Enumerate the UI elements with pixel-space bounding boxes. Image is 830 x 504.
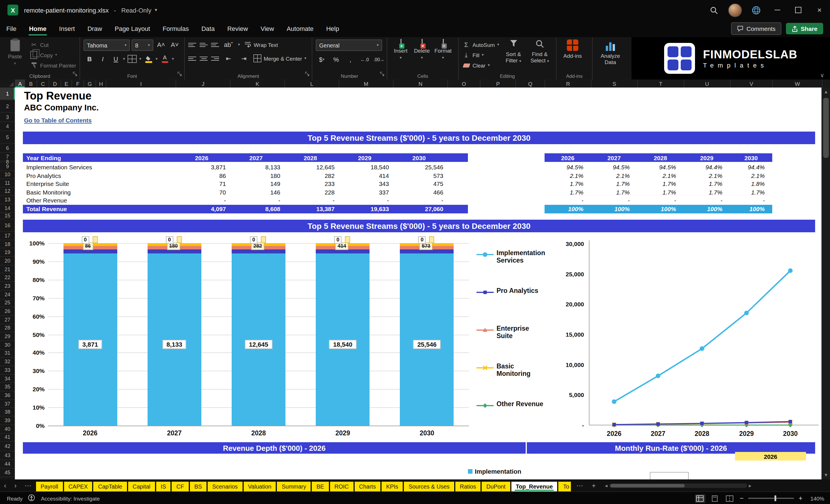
- row-header[interactable]: 33: [0, 366, 15, 374]
- row-header[interactable]: 2: [0, 100, 15, 113]
- hscroll-right-icon[interactable]: ▸: [747, 482, 753, 488]
- row-header[interactable]: 45: [0, 469, 15, 477]
- sheet-tab[interactable]: DuPont: [482, 482, 510, 492]
- pct-total-row[interactable]: 100%100%100%100%100%: [545, 204, 772, 213]
- sheet-canvas[interactable]: Top Revenue ABC Company Inc. Go to Table…: [15, 88, 822, 479]
- font-size-select[interactable]: 8▾: [132, 39, 153, 51]
- pct-year-header[interactable]: 2026: [545, 154, 591, 161]
- value-cell[interactable]: 282: [283, 172, 338, 179]
- column-header[interactable]: B: [25, 80, 37, 88]
- comma-style-icon[interactable]: ,: [344, 54, 356, 65]
- table-row[interactable]: 1.7%1.7%1.7%1.7%1.7%: [545, 188, 772, 196]
- sheet-tab[interactable]: To: [558, 482, 571, 492]
- sheet-tab[interactable]: Ratios: [455, 482, 481, 492]
- table-header-row[interactable]: Year Ending 20262027202820292030: [23, 153, 468, 162]
- sheet-tab[interactable]: KPIs: [382, 482, 403, 492]
- toc-link[interactable]: Go to Table of Contents: [24, 117, 92, 124]
- pct-cell[interactable]: 2.1%: [730, 172, 772, 179]
- column-header[interactable]: M: [339, 80, 393, 88]
- column-header[interactable]: R: [545, 80, 592, 88]
- format-cells-button[interactable]: ≡ Format▾: [433, 39, 453, 70]
- sheet-tab[interactable]: Capital: [128, 482, 155, 492]
- minimize-button[interactable]: [767, 0, 788, 20]
- row-header[interactable]: 28: [0, 324, 15, 333]
- value-cell[interactable]: 146: [229, 189, 283, 196]
- value-cell[interactable]: 414: [338, 172, 392, 179]
- sort-filter-button[interactable]: Sort &Filter ▾: [501, 39, 525, 70]
- align-middle-icon[interactable]: [200, 43, 208, 46]
- row-header[interactable]: 21: [0, 265, 15, 274]
- revenue-line-chart[interactable]: 30,00025,00020,00015,00010,0005,000-2026…: [541, 234, 822, 443]
- page-break-view-icon[interactable]: [725, 494, 735, 503]
- ribbon-tab[interactable]: View: [254, 20, 280, 37]
- pct-cell[interactable]: 1.7%: [637, 181, 683, 187]
- hscroll-thumb[interactable]: [610, 484, 685, 487]
- year-header-cell[interactable]: 2028: [283, 154, 338, 161]
- pct-cell[interactable]: 94.4%: [683, 164, 730, 171]
- title-dropdown-icon[interactable]: ▾: [155, 7, 157, 12]
- collapse-ribbon-icon[interactable]: ∨: [820, 72, 824, 78]
- value-cell[interactable]: 3,871: [174, 164, 229, 171]
- pct-year-header[interactable]: 2027: [591, 154, 637, 161]
- sheet-tab[interactable]: CF: [172, 482, 189, 492]
- share-button[interactable]: Share: [786, 23, 823, 34]
- pct-cell[interactable]: 1.7%: [683, 189, 730, 196]
- copy-button[interactable]: Copy▾: [30, 50, 76, 60]
- decrease-indent-icon[interactable]: ⇤: [223, 53, 234, 63]
- increase-indent-icon[interactable]: ⇥: [238, 53, 250, 63]
- table-row[interactable]: -----: [545, 196, 772, 204]
- font-dialog-launcher[interactable]: [177, 69, 183, 79]
- year-header-cell[interactable]: 2030: [392, 154, 446, 161]
- total-value-cell[interactable]: 8,608: [229, 206, 283, 212]
- clipboard-dialog-launcher[interactable]: [73, 69, 78, 79]
- pct-total-cell[interactable]: 100%: [591, 206, 637, 212]
- ribbon-tab[interactable]: Data: [195, 20, 221, 37]
- pct-total-cell[interactable]: 100%: [683, 206, 730, 212]
- year-header-cell[interactable]: 2027: [229, 154, 283, 161]
- pct-year-header[interactable]: 2029: [683, 154, 730, 161]
- row-header[interactable]: 5: [0, 131, 15, 144]
- pct-cell[interactable]: 2.1%: [683, 172, 730, 179]
- pct-cell[interactable]: 1.7%: [683, 181, 730, 187]
- table-row[interactable]: Basic Monitoring 70146228337466: [23, 188, 468, 196]
- zoom-slider-thumb[interactable]: [775, 496, 776, 501]
- zoom-in-button[interactable]: +: [799, 494, 802, 502]
- zoom-out-button[interactable]: −: [740, 494, 744, 502]
- value-cell[interactable]: -: [338, 197, 392, 204]
- insert-cells-button[interactable]: + Insert▾: [391, 39, 411, 70]
- stacked-bar-chart[interactable]: 100%90%80%70%60%50%40%30%20%10%0%3,87186…: [23, 234, 469, 442]
- ribbon-tab[interactable]: Home: [23, 20, 53, 37]
- value-cell[interactable]: 233: [283, 181, 338, 187]
- legend-item[interactable]: Other Revenue: [477, 401, 546, 438]
- column-header[interactable]: N: [393, 80, 448, 88]
- pct-cell[interactable]: -: [545, 197, 591, 204]
- value-cell[interactable]: 70: [174, 189, 229, 196]
- total-value-cell[interactable]: 13,387: [283, 206, 338, 212]
- sheet-tab[interactable]: ROIC: [330, 482, 353, 492]
- column-header[interactable]: U: [684, 80, 731, 88]
- vertical-scroll-thumb[interactable]: [823, 98, 829, 158]
- column-header[interactable]: A: [15, 80, 25, 88]
- value-cell[interactable]: 466: [392, 189, 446, 196]
- percent-style-icon[interactable]: %: [330, 54, 342, 65]
- comments-button[interactable]: Comments: [731, 22, 781, 35]
- pct-total-cell[interactable]: 100%: [637, 206, 683, 212]
- search-icon[interactable]: [703, 0, 724, 20]
- pct-cell[interactable]: 1.7%: [591, 181, 637, 187]
- row-header[interactable]: 17: [0, 232, 15, 240]
- globe-icon[interactable]: [745, 0, 767, 20]
- find-select-button[interactable]: Find &Select ▾: [528, 39, 552, 70]
- year-header-cell[interactable]: 2029: [338, 154, 392, 161]
- pct-cell[interactable]: 94.5%: [637, 164, 683, 171]
- row-header[interactable]: 16: [0, 219, 15, 232]
- orientation-button[interactable]: ab˘: [223, 39, 234, 50]
- value-cell[interactable]: 228: [283, 189, 338, 196]
- value-cell[interactable]: 337: [338, 189, 392, 196]
- pct-total-cell[interactable]: 100%: [730, 206, 772, 212]
- align-center-icon[interactable]: [200, 56, 208, 60]
- normal-view-icon[interactable]: [695, 494, 705, 503]
- table-row[interactable]: Pro Analytics 86180282414573: [23, 171, 468, 180]
- row-header[interactable]: 30: [0, 341, 15, 349]
- increase-decimal-icon[interactable]: ←.0: [359, 54, 371, 65]
- zoom-slider[interactable]: [748, 498, 794, 499]
